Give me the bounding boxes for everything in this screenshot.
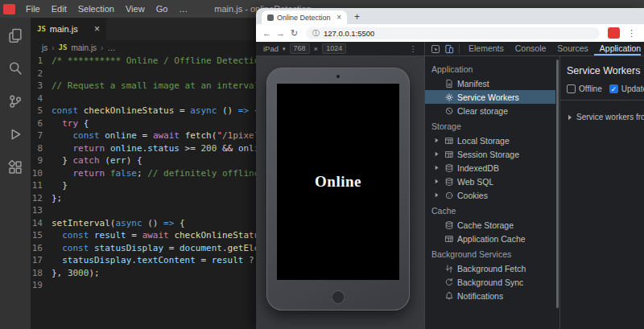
refresh-icon[interactable]: ↻	[287, 24, 301, 42]
source-control-icon[interactable]	[6, 92, 25, 111]
line-number: 19	[31, 279, 52, 292]
sidebar-item-notifications[interactable]: Notifications	[425, 289, 555, 302]
bg-sync-icon	[444, 277, 454, 287]
device-toolbar-menu-icon[interactable]: ⋮	[410, 44, 418, 53]
device-toolbar-toggle-icon[interactable]	[442, 42, 456, 56]
editor-tab-mainjs[interactable]: JS main.js ×	[31, 18, 106, 40]
service-workers-from-row[interactable]: Service workers from other origins	[560, 113, 644, 121]
code-text: }	[52, 179, 68, 192]
devtools: iPad ▾ 768 × 1024 ⋮ Online	[256, 42, 644, 329]
devtools-tab-application[interactable]: Application	[594, 42, 641, 56]
application-panel: ApplicationManifestService WorkersClear …	[425, 56, 644, 329]
new-tab-button[interactable]: +	[347, 10, 367, 24]
sidebar-item-service-workers[interactable]: Service Workers	[425, 90, 555, 104]
address-bar[interactable]: ⓘ 127.0.0.1:5500	[306, 27, 600, 39]
chevron-right-icon[interactable]	[432, 151, 440, 157]
sidebar-item-label: Background Sync	[457, 278, 523, 287]
sidebar-item-clear-storage[interactable]: Clear storage	[425, 104, 555, 117]
line-number: 6	[31, 117, 52, 130]
sidebar-item-label: Cache Storage	[457, 220, 514, 230]
sidebar-section-storage: Storage	[425, 117, 555, 134]
inspect-icon[interactable]	[428, 42, 442, 56]
clear-icon	[444, 105, 454, 116]
emulated-viewport: Online	[256, 56, 424, 329]
chevron-right-icon[interactable]	[432, 179, 440, 184]
code-text: } catch (err) {	[52, 154, 142, 167]
device-height-input[interactable]: 1024	[322, 43, 346, 54]
online-status-text: Online	[315, 173, 361, 191]
search-icon[interactable]	[6, 59, 25, 78]
browser-menu-icon[interactable]: ⋮	[623, 28, 640, 39]
code-text: const result = await checkOnlineStatus()…	[52, 229, 281, 242]
editor-tab-label: main.js	[50, 24, 78, 34]
breadcrumb-folder[interactable]: js	[42, 43, 47, 52]
sidebar-item-local-storage[interactable]: Local Storage	[425, 134, 555, 147]
menu-edit[interactable]: Edit	[46, 0, 72, 18]
js-file-icon: JS	[37, 25, 46, 33]
sidebar-item-web-sql[interactable]: Web SQL	[425, 175, 555, 188]
info-icon[interactable]: ⓘ	[312, 28, 320, 39]
menu-[interactable]: …	[173, 0, 193, 18]
sidebar-item-label: Application Cache	[457, 234, 526, 244]
sidebar-item-manifest[interactable]: Manifest	[425, 76, 555, 90]
breadcrumb-more[interactable]: …	[107, 43, 115, 52]
update-on-reload-checkbox[interactable]: ✓	[609, 84, 618, 93]
sidebar-scrollbar[interactable]	[555, 56, 559, 329]
vscode-activity-bar	[0, 18, 31, 329]
devtools-tab-elements[interactable]: Elements	[463, 42, 510, 56]
close-tab-icon[interactable]: ×	[336, 14, 341, 22]
js-file-icon: JS	[59, 43, 68, 51]
devtools-tab-bar: ElementsConsoleSourcesApplication	[425, 42, 644, 56]
line-number: 12	[31, 192, 52, 205]
browser-tab-title: Online Detection	[277, 14, 333, 22]
back-icon[interactable]: ←	[260, 24, 274, 42]
sidebar-item-session-storage[interactable]: Session Storage	[425, 147, 555, 161]
forward-icon[interactable]: →	[274, 24, 287, 42]
extension-icon[interactable]	[608, 27, 620, 39]
offline-checkbox[interactable]	[567, 84, 576, 93]
url-text: 127.0.0.1:5500	[324, 29, 374, 38]
bg-fetch-icon	[444, 263, 454, 273]
menu-selection[interactable]: Selection	[72, 0, 120, 18]
devtools-tab-console[interactable]: Console	[510, 42, 552, 56]
storage-icon	[444, 233, 454, 244]
chevron-right-icon[interactable]	[567, 114, 573, 121]
device-type-select[interactable]: iPad	[263, 44, 279, 53]
menu-go[interactable]: Go	[151, 0, 174, 18]
extensions-icon[interactable]	[6, 158, 25, 177]
sidebar-item-cache-storage[interactable]: Cache Storage	[425, 218, 555, 232]
menu-file[interactable]: File	[20, 0, 46, 18]
menu-view[interactable]: View	[120, 0, 151, 18]
code-text: const checkOnlineStatus = async () => {	[52, 105, 259, 117]
device-screen[interactable]: Online	[277, 84, 399, 280]
sidebar-item-background-fetch[interactable]: Background Fetch	[425, 261, 555, 275]
devtools-pane: ElementsConsoleSourcesApplication Applic…	[425, 42, 644, 329]
sidebar-item-background-sync[interactable]: Background Sync	[425, 275, 555, 289]
database-icon	[444, 176, 454, 187]
close-tab-icon[interactable]: ×	[94, 24, 100, 34]
breadcrumb-file[interactable]: main.js	[71, 43, 97, 52]
favicon-icon	[267, 14, 274, 21]
code-text: };	[52, 192, 62, 205]
chevron-right-icon[interactable]	[432, 138, 440, 143]
browser-tab[interactable]: Online Detection ×	[262, 10, 347, 24]
files-icon[interactable]	[6, 26, 25, 45]
chevron-right-icon[interactable]	[432, 192, 440, 198]
sidebar-item-label: Background Fetch	[457, 264, 526, 273]
chevron-right-icon[interactable]	[432, 165, 440, 171]
sidebar-item-label: Cookies	[457, 191, 488, 200]
browser-window: Online Detection × + ← → ↻ ⓘ 127.0.0.1:5…	[256, 8, 644, 329]
sidebar-item-cookies[interactable]: Cookies	[425, 188, 555, 202]
storage-icon	[444, 149, 454, 159]
sidebar-item-application-cache[interactable]: Application Cache	[425, 232, 555, 245]
debug-icon[interactable]	[6, 125, 25, 144]
sidebar-item-indexeddb[interactable]: IndexedDB	[425, 161, 555, 175]
sidebar-item-label: Session Storage	[457, 150, 519, 159]
storage-icon	[444, 135, 454, 146]
device-width-input[interactable]: 768	[290, 43, 310, 54]
recording-badge-icon	[3, 4, 15, 14]
vscode-menubar: FileEditSelectionViewGo…	[20, 0, 193, 18]
chevron-down-icon: ▾	[283, 46, 286, 52]
devtools-tab-sources[interactable]: Sources	[551, 42, 594, 56]
line-number: 7	[31, 130, 52, 142]
